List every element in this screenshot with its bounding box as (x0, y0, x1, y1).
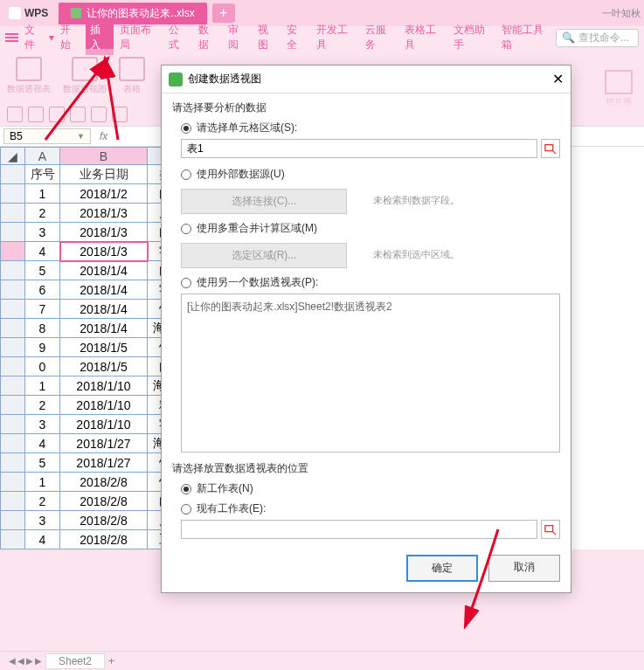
table-row[interactable]: 12018/2/8饮 (1, 473, 183, 492)
table-row[interactable]: 72018/1/4饮 (1, 300, 183, 319)
ribbon-pivottable[interactable]: 数据透视表 (7, 51, 51, 101)
cell[interactable]: 2018/1/4 (60, 319, 148, 338)
radio-new-sheet[interactable]: 新工作表(N) (181, 481, 560, 496)
ribbon-pivotchart[interactable]: 数据透视图 (63, 51, 107, 101)
header-seq[interactable]: 序号 (25, 165, 60, 184)
row-header[interactable] (1, 434, 25, 453)
cell[interactable]: 2018/1/4 (60, 261, 148, 280)
table-row[interactable]: 22018/1/10粗 (1, 396, 183, 415)
table-row[interactable]: 52018/1/27饮 (1, 453, 183, 473)
cell[interactable]: 5 (25, 453, 60, 473)
row-header[interactable] (1, 453, 25, 473)
add-sheet-button[interactable]: + (108, 655, 114, 667)
cell[interactable]: 2018/1/5 (60, 338, 148, 357)
header-date[interactable]: 业务日期 (60, 165, 148, 184)
cell[interactable]: 7 (25, 300, 60, 319)
cell[interactable]: 2018/1/10 (60, 396, 148, 415)
qbtn-4[interactable] (70, 107, 86, 122)
cell[interactable]: 3 (25, 415, 60, 434)
table-row[interactable]: 32018/2/8点 (1, 511, 183, 530)
ok-button[interactable]: 确定 (406, 555, 478, 582)
select-all-corner[interactable]: ◢ (1, 148, 25, 165)
sheet-nav[interactable]: ◀◀▶▶ (9, 656, 42, 666)
table-row[interactable]: 32018/1/3肉 (1, 223, 183, 242)
table-row[interactable]: 02018/1/5肉 (1, 357, 183, 376)
row-header[interactable] (1, 223, 25, 242)
row-header[interactable] (1, 204, 25, 223)
cell[interactable]: 2018/1/3 (60, 242, 148, 261)
another-pivot-list[interactable]: [让你的图表动起来.xlsx]Sheet2!数据透视表2 (181, 294, 560, 452)
cell[interactable]: 2018/1/10 (60, 415, 148, 434)
hamburger-icon[interactable] (5, 33, 18, 42)
cell[interactable]: 2018/1/3 (60, 204, 148, 223)
ribbon-table[interactable]: 表格 (119, 51, 145, 101)
existing-location-input[interactable] (181, 520, 537, 539)
qbtn-1[interactable] (7, 107, 23, 122)
cell[interactable]: 4 (25, 242, 60, 261)
cell[interactable]: 0 (25, 357, 60, 376)
qbtn-3[interactable] (49, 107, 65, 122)
row-header[interactable] (1, 261, 25, 280)
cell[interactable]: 1 (25, 376, 60, 396)
radio-external[interactable]: 使用外部数据源(U) (181, 167, 560, 182)
table-row[interactable]: 12018/1/10海鲜 (1, 376, 183, 396)
cell[interactable]: 9 (25, 338, 60, 357)
cell[interactable]: 2018/2/8 (60, 492, 148, 511)
table-row[interactable]: 12018/1/2肉 (1, 184, 183, 204)
table-row[interactable]: 52018/1/4肉 (1, 261, 183, 280)
cell[interactable]: 2018/1/27 (60, 434, 148, 453)
sheet-tab[interactable]: Sheet2 (45, 653, 105, 669)
range-picker-button[interactable] (541, 139, 560, 158)
radio-select-range[interactable]: 请选择单元格区域(S): (181, 121, 560, 135)
cell[interactable]: 2018/1/27 (60, 453, 148, 473)
cell[interactable]: 2018/1/5 (60, 357, 148, 376)
cell[interactable]: 2018/2/8 (60, 473, 148, 492)
cell[interactable]: 6 (25, 280, 60, 300)
row-header[interactable] (1, 376, 25, 396)
cell[interactable]: 2018/1/10 (60, 376, 148, 396)
cell[interactable]: 1 (25, 473, 60, 492)
command-search[interactable]: 🔍 查找命令... (556, 29, 639, 47)
table-row[interactable]: 62018/1/4零 (1, 280, 183, 300)
col-header-b[interactable]: B (60, 148, 148, 165)
cell[interactable]: 1 (25, 184, 60, 204)
cell[interactable]: 2018/1/3 (60, 223, 148, 242)
row-header[interactable] (1, 242, 25, 261)
cell[interactable]: 2 (25, 204, 60, 223)
row-header[interactable] (1, 319, 25, 338)
table-row[interactable]: 42018/2/8豆 (1, 530, 183, 549)
name-box[interactable]: B5 ▼ (3, 128, 91, 144)
row-header[interactable] (1, 165, 25, 184)
cell[interactable]: 3 (25, 223, 60, 242)
close-icon[interactable]: ✕ (552, 71, 564, 87)
row-header[interactable] (1, 280, 25, 300)
table-row[interactable]: 42018/1/27海鲜 (1, 434, 183, 453)
row-header[interactable] (1, 184, 25, 204)
qbtn-2[interactable] (28, 107, 44, 122)
table-row[interactable]: 32018/1/10零 (1, 415, 183, 434)
row-header[interactable] (1, 415, 25, 434)
cell[interactable]: 2 (25, 396, 60, 415)
row-header[interactable] (1, 511, 25, 530)
table-row[interactable]: 42018/1/3零 (1, 242, 183, 261)
cancel-button[interactable]: 取消 (488, 555, 560, 582)
col-header-a[interactable]: A (25, 148, 60, 165)
cell[interactable]: 2018/2/8 (60, 530, 148, 549)
row-header[interactable] (1, 492, 25, 511)
cell[interactable]: 3 (25, 511, 60, 530)
cell[interactable]: 2 (25, 492, 60, 511)
cell[interactable]: 2018/2/8 (60, 511, 148, 530)
row-header[interactable] (1, 396, 25, 415)
cell[interactable]: 2018/1/2 (60, 184, 148, 204)
row-header[interactable] (1, 473, 25, 492)
range-input[interactable] (181, 139, 537, 158)
row-header[interactable] (1, 338, 25, 357)
table-row[interactable]: 22018/2/8肉 (1, 492, 183, 511)
cell[interactable]: 8 (25, 319, 60, 338)
cell[interactable]: 2018/1/4 (60, 300, 148, 319)
radio-multi[interactable]: 使用多重合并计算区域(M) (181, 221, 560, 236)
location-picker-button[interactable] (541, 520, 560, 539)
cell[interactable]: 5 (25, 261, 60, 280)
radio-another-pivot[interactable]: 使用另一个数据透视表(P): (181, 275, 560, 290)
row-header[interactable] (1, 530, 25, 549)
